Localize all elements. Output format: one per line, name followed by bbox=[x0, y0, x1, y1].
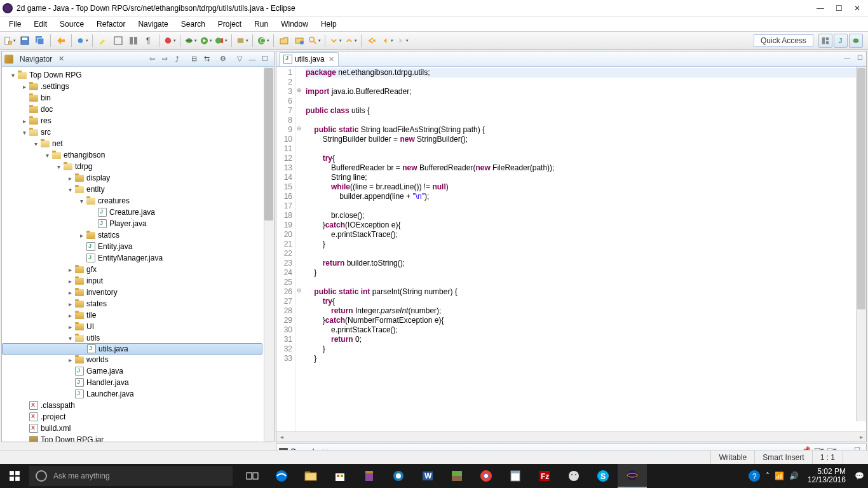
ant-button[interactable] bbox=[163, 34, 177, 48]
tree-item[interactable]: ▸worlds bbox=[2, 354, 274, 365]
skype-icon[interactable]: S bbox=[588, 464, 618, 488]
nav-forward-icon[interactable]: ⇨ bbox=[159, 53, 170, 65]
tree-item[interactable]: Handler.java bbox=[2, 377, 274, 388]
tree-item[interactable]: Entity.java bbox=[2, 241, 274, 252]
collapse-all-icon[interactable]: ⊟ bbox=[188, 53, 200, 65]
menu-navigate[interactable]: Navigate bbox=[133, 18, 173, 30]
open-type-button[interactable] bbox=[277, 34, 291, 48]
store-icon[interactable] bbox=[325, 464, 355, 488]
menu-window[interactable]: Window bbox=[276, 18, 313, 30]
navigator-tab[interactable]: Navigator bbox=[16, 53, 56, 65]
new-package-button[interactable] bbox=[235, 34, 249, 48]
minimize-view-icon[interactable]: — bbox=[247, 53, 258, 65]
last-edit-button[interactable] bbox=[365, 34, 379, 48]
menu-refactor[interactable]: Refactor bbox=[92, 18, 130, 30]
notepad-icon[interactable] bbox=[501, 464, 530, 488]
system-tray[interactable]: ? ˄ 📶 🔊 5:02 PM 12/13/2016 💬 bbox=[748, 468, 868, 484]
help-tray-icon[interactable]: ? bbox=[748, 470, 761, 482]
editor-maximize-icon[interactable]: ☐ bbox=[855, 54, 865, 64]
close-button[interactable]: ✕ bbox=[854, 4, 860, 13]
menu-project[interactable]: Project bbox=[213, 18, 247, 30]
nav-back-icon[interactable]: ⇦ bbox=[146, 53, 158, 65]
tree-item[interactable]: ▾tdrpg bbox=[2, 161, 274, 172]
editor-hscrollbar[interactable]: ◂▸ bbox=[276, 431, 866, 442]
tree-item[interactable]: ▸tile bbox=[2, 309, 274, 321]
open-task-button[interactable] bbox=[292, 34, 306, 48]
prev-annotation-button[interactable] bbox=[344, 34, 358, 48]
tree-item[interactable]: ▾Top Down RPG bbox=[2, 69, 274, 81]
editor-tab-close-icon[interactable]: ✕ bbox=[329, 55, 334, 64]
tree-item[interactable]: ▾entity bbox=[2, 184, 274, 195]
run-button[interactable] bbox=[199, 34, 213, 48]
menu-run[interactable]: Run bbox=[249, 18, 273, 30]
tree-item[interactable]: EntityManager.java bbox=[2, 252, 274, 264]
tree-item[interactable]: Top Down RPG.jar bbox=[2, 434, 274, 442]
tree-item[interactable]: ▾net bbox=[2, 138, 274, 149]
navigator-tree[interactable]: ▾Top Down RPG▸.settingsbindoc▸res▾src▾ne… bbox=[2, 67, 274, 442]
show-whitespace-button[interactable]: ¶ bbox=[142, 34, 156, 48]
tree-item[interactable]: ▸states bbox=[2, 298, 274, 309]
save-button[interactable] bbox=[18, 34, 32, 48]
tree-item[interactable]: Creature.java bbox=[2, 207, 274, 218]
eclipse-taskbar-icon[interactable] bbox=[618, 464, 647, 488]
tree-item[interactable]: ▸inventory bbox=[2, 287, 274, 298]
tree-item[interactable]: ▾src bbox=[2, 126, 274, 138]
minimize-button[interactable]: — bbox=[817, 4, 824, 13]
code-editor[interactable]: 1236789101112131415161718192021222324252… bbox=[276, 67, 866, 431]
tree-item[interactable]: .classpath bbox=[2, 400, 274, 411]
open-perspective-button[interactable] bbox=[818, 34, 832, 48]
tree-item[interactable]: Game.java bbox=[2, 365, 274, 377]
tree-item[interactable]: ▸res bbox=[2, 115, 274, 126]
tree-item[interactable]: doc bbox=[2, 104, 274, 115]
editor-tab[interactable]: utils.java ✕ bbox=[279, 52, 339, 66]
task-view-icon[interactable] bbox=[238, 464, 267, 488]
navigator-close-icon[interactable]: ✕ bbox=[58, 55, 64, 63]
start-button[interactable] bbox=[0, 464, 29, 488]
winrar-icon[interactable] bbox=[355, 464, 384, 488]
block-select-button[interactable] bbox=[111, 34, 125, 48]
view-menu-icon[interactable]: ▽ bbox=[234, 53, 245, 65]
link-editor-icon[interactable]: ⇆ bbox=[201, 53, 212, 65]
tree-scrollbar[interactable] bbox=[264, 67, 274, 442]
tree-item[interactable]: ▾ethangibson bbox=[2, 149, 274, 161]
tree-item[interactable]: Launcher.java bbox=[2, 388, 274, 400]
toggle-breadcrumb-button[interactable] bbox=[54, 34, 68, 48]
menu-source[interactable]: Source bbox=[55, 18, 89, 30]
chrome-icon[interactable] bbox=[471, 464, 501, 488]
debug-breakpoint-button[interactable] bbox=[75, 34, 89, 48]
nav-up-icon[interactable]: ⤴ bbox=[172, 53, 183, 65]
volume-icon[interactable]: 🔊 bbox=[789, 471, 799, 480]
tree-item[interactable]: ▸input bbox=[2, 275, 274, 287]
forward-button[interactable] bbox=[395, 34, 409, 48]
tree-item[interactable]: Player.java bbox=[2, 218, 274, 229]
search-button[interactable] bbox=[308, 34, 322, 48]
quick-access-input[interactable]: Quick Access bbox=[754, 34, 813, 47]
edge-icon[interactable] bbox=[267, 464, 296, 488]
tree-item[interactable]: build.xml bbox=[2, 423, 274, 434]
debug-button[interactable] bbox=[184, 34, 198, 48]
word-icon[interactable]: W bbox=[413, 464, 442, 488]
tree-item[interactable]: ▸display bbox=[2, 172, 274, 184]
fold-column[interactable]: ⊕⊖⊖ bbox=[295, 67, 303, 431]
tree-item[interactable]: ▾creatures bbox=[2, 195, 274, 207]
debug-perspective-button[interactable] bbox=[849, 34, 863, 48]
menu-search[interactable]: Search bbox=[176, 18, 210, 30]
tree-item[interactable]: .project bbox=[2, 411, 274, 423]
new-button[interactable] bbox=[3, 34, 17, 48]
app-icon[interactable] bbox=[384, 464, 413, 488]
filezilla-icon[interactable]: Fz bbox=[530, 464, 559, 488]
tree-item[interactable]: ▾utils bbox=[2, 332, 274, 344]
tree-item[interactable]: bin bbox=[2, 92, 274, 104]
highlight-button[interactable] bbox=[96, 34, 110, 48]
tree-item[interactable]: ▸gfx bbox=[2, 264, 274, 275]
tree-item[interactable]: ▸.settings bbox=[2, 81, 274, 92]
notifications-icon[interactable]: 💬 bbox=[855, 471, 864, 480]
maximize-button[interactable]: ☐ bbox=[836, 4, 843, 13]
tree-item[interactable]: ▸statics bbox=[2, 229, 274, 241]
filter-icon[interactable]: ⚙ bbox=[217, 53, 229, 65]
menu-file[interactable]: File bbox=[4, 18, 26, 30]
menu-help[interactable]: Help bbox=[316, 18, 342, 30]
menu-edit[interactable]: Edit bbox=[29, 18, 52, 30]
mark-occurrences-button[interactable] bbox=[126, 34, 140, 48]
cortana-search[interactable]: Ask me anything bbox=[29, 466, 233, 486]
